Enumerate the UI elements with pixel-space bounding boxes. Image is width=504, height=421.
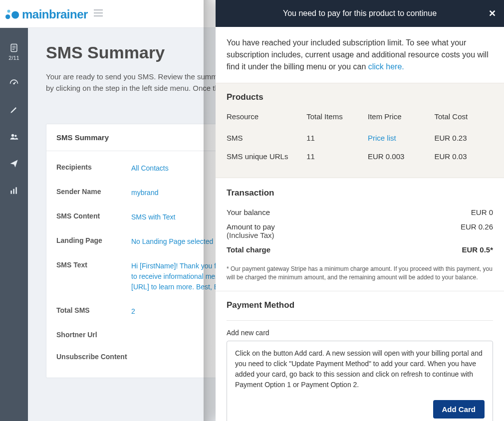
- products-table: Resource Total Items Item Price Total Co…: [227, 109, 493, 166]
- cell-items: 11: [306, 129, 368, 147]
- modal-header: You need to pay for this product to cont…: [216, 0, 504, 27]
- balance-value: EUR 0: [471, 208, 493, 216]
- value-total[interactable]: 2: [131, 306, 135, 317]
- add-card-text: Click on the button Add card. A new sess…: [235, 348, 485, 390]
- left-sidebar: 2/11: [0, 28, 28, 421]
- balance-label: Your balance: [227, 208, 270, 216]
- label-content: SMS Content: [56, 212, 131, 222]
- notice-text: You have reached your included subscript…: [227, 38, 489, 71]
- modal-title: You need to pay for this product to cont…: [283, 9, 437, 18]
- sidebar-item-contacts[interactable]: [0, 132, 28, 142]
- svg-point-2: [11, 11, 19, 18]
- sidebar-progress-label: 2/11: [8, 55, 19, 61]
- svg-line-8: [14, 82, 15, 83]
- bar-chart-icon: [9, 186, 19, 196]
- logo[interactable]: mainbrainer: [5, 6, 88, 21]
- logo-mark-icon: [5, 6, 20, 21]
- tx-row-balance: Your balance EUR 0: [227, 205, 493, 219]
- close-icon: ✕: [489, 8, 496, 18]
- menu-icon[interactable]: [94, 9, 103, 18]
- modal-notice: You have reached your included subscript…: [216, 27, 504, 83]
- transaction-block: Transaction Your balance EUR 0 Amount to…: [216, 178, 504, 291]
- gauge-icon: [9, 78, 19, 88]
- product-row: SMS 11 Price list EUR 0.23: [227, 129, 493, 147]
- sidebar-item-send[interactable]: [0, 159, 28, 169]
- amount-value: EUR 0.26: [461, 222, 493, 239]
- col-items: Total Items: [306, 109, 368, 129]
- sidebar-item-dashboard[interactable]: [0, 78, 28, 88]
- tx-row-amount: Amount to pay (Inclusive Tax) EUR 0.26: [227, 219, 493, 242]
- svg-point-9: [11, 134, 14, 137]
- cell-cost: EUR 0.23: [435, 129, 494, 147]
- tx-row-total: Total charge EUR 0.5*: [227, 242, 493, 257]
- modal-close-button[interactable]: ✕: [489, 8, 496, 19]
- payment-block: Payment Method Add new card Click on the…: [216, 291, 504, 421]
- value-sender[interactable]: mybrand: [131, 188, 158, 198]
- amount-label: Amount to pay: [227, 222, 275, 231]
- cell-price: EUR 0.003: [368, 147, 435, 166]
- product-row: SMS unique URLs 11 EUR 0.003 EUR 0.03: [227, 147, 493, 166]
- cell-items: 11: [306, 147, 368, 166]
- clipboard-icon: [9, 43, 19, 53]
- svg-rect-13: [15, 187, 17, 194]
- amount-sublabel: (Inclusive Tax): [227, 231, 275, 239]
- notice-link[interactable]: click here.: [368, 62, 404, 71]
- label-unsub: Unsubscribe Content: [56, 353, 131, 361]
- add-card-box: Click on the button Add card. A new sess…: [227, 341, 493, 421]
- sidebar-item-edit[interactable]: [0, 105, 28, 115]
- value-landing[interactable]: No Landing Page selected: [131, 236, 213, 247]
- transaction-heading: Transaction: [227, 188, 493, 198]
- transaction-disclaimer: * Our payment gateway Stripe has a minim…: [227, 265, 493, 282]
- value-recipients[interactable]: All Contacts: [131, 163, 169, 174]
- cell-resource: SMS unique URLs: [227, 147, 306, 166]
- label-sender: Sender Name: [56, 188, 131, 198]
- value-content[interactable]: SMS with Text: [131, 212, 175, 222]
- svg-point-1: [5, 14, 10, 18]
- sidebar-step-progress[interactable]: 2/11: [0, 43, 28, 61]
- col-cost: Total Cost: [435, 109, 494, 129]
- svg-point-0: [7, 9, 10, 12]
- total-value: EUR 0.5*: [462, 245, 493, 254]
- col-price: Item Price: [368, 109, 435, 129]
- users-icon: [9, 132, 19, 142]
- products-heading: Products: [227, 92, 493, 102]
- label-total: Total SMS: [56, 306, 131, 317]
- svg-rect-11: [10, 191, 12, 194]
- sidebar-item-reports[interactable]: [0, 186, 28, 196]
- pencil-icon: [9, 105, 19, 115]
- payment-heading: Payment Method: [227, 300, 493, 310]
- label-shortner: Shortner Url: [56, 331, 131, 339]
- cell-resource: SMS: [227, 129, 306, 147]
- label-landing: Landing Page: [56, 236, 131, 247]
- col-resource: Resource: [227, 109, 306, 129]
- total-label: Total charge: [227, 245, 270, 254]
- payment-modal: You need to pay for this product to cont…: [216, 0, 504, 421]
- add-card-button[interactable]: Add Card: [433, 400, 485, 419]
- products-block: Products Resource Total Items Item Price…: [216, 83, 504, 178]
- logo-text: mainbrainer: [22, 7, 88, 21]
- label-recipients: Recipients: [56, 163, 131, 174]
- paper-plane-icon: [9, 159, 19, 169]
- svg-point-10: [14, 135, 16, 137]
- modal-body: You have reached your included subscript…: [216, 27, 504, 421]
- label-text: SMS Text: [56, 261, 131, 292]
- add-new-card-label: Add new card: [227, 320, 493, 337]
- svg-rect-12: [13, 189, 14, 194]
- price-list-link[interactable]: Price list: [368, 134, 396, 142]
- cell-cost: EUR 0.03: [435, 147, 494, 166]
